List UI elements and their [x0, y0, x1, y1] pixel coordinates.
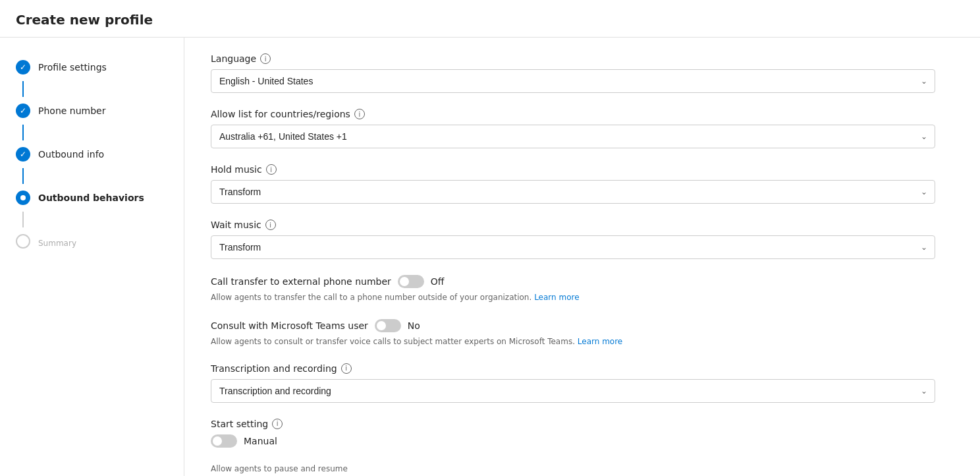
step-circle-outbound-info: ✓ [16, 147, 30, 162]
hold-music-select-wrapper: Transform Default Custom ⌄ [211, 180, 935, 204]
call-transfer-toggle-row: Call transfer to external phone number O… [211, 275, 935, 288]
sidebar-item-outbound-info[interactable]: ✓ Outbound info [0, 140, 184, 168]
sidebar-item-label-phone-number: Phone number [38, 105, 105, 116]
allow-list-label: Allow list for countries/regions i [211, 109, 935, 119]
consult-teams-group: Consult with Microsoft Teams user No All… [211, 319, 935, 347]
allow-list-group: Allow list for countries/regions i Austr… [211, 109, 935, 148]
wait-music-label: Wait music i [211, 220, 935, 230]
wait-music-select[interactable]: Transform Default Custom [211, 235, 935, 259]
language-select-wrapper: English - United States English - United… [211, 69, 935, 93]
allow-list-select-wrapper: Australia +61, United States +1 ⌄ [211, 125, 935, 148]
sidebar-item-label-profile-settings: Profile settings [38, 62, 107, 73]
checkmark-icon-2: ✓ [20, 106, 26, 115]
hold-music-group: Hold music i Transform Default Custom ⌄ [211, 164, 935, 204]
consult-teams-toggle-row: Consult with Microsoft Teams user No [211, 319, 935, 332]
wait-music-select-wrapper: Transform Default Custom ⌄ [211, 235, 935, 259]
transcription-select[interactable]: Transcription and recording Transcriptio… [211, 379, 935, 403]
call-transfer-toggle[interactable] [398, 275, 424, 288]
sidebar-item-outbound-behaviors[interactable]: Outbound behaviors [0, 184, 184, 212]
sidebar: ✓ Profile settings ✓ Phone number ✓ Outb… [0, 38, 184, 476]
language-group: Language i English - United States Engli… [211, 53, 935, 93]
consult-teams-state: No [408, 320, 420, 331]
consult-teams-label: Consult with Microsoft Teams user [211, 320, 368, 331]
start-setting-toggle-row: Manual [211, 434, 935, 448]
hold-music-label: Hold music i [211, 164, 935, 175]
page-header: Create new profile [0, 0, 980, 38]
hold-music-select[interactable]: Transform Default Custom [211, 180, 935, 204]
allow-pause-description: Allow agents to pause and resume [211, 463, 935, 475]
start-setting-label: Start setting i [211, 419, 935, 429]
call-transfer-state: Off [431, 276, 445, 287]
consult-teams-helper: Allow agents to consult or transfer voic… [211, 336, 935, 347]
transcription-info-icon[interactable]: i [341, 363, 352, 374]
hold-music-info-icon[interactable]: i [266, 164, 277, 175]
wait-music-group: Wait music i Transform Default Custom ⌄ [211, 220, 935, 259]
call-transfer-learn-more-link[interactable]: Learn more [534, 293, 579, 302]
start-setting-state: Manual [244, 436, 277, 446]
step-circle-phone-number: ✓ [16, 104, 30, 118]
step-connector-1 [22, 81, 24, 97]
transcription-select-wrapper: Transcription and recording Transcriptio… [211, 379, 935, 403]
call-transfer-helper: Allow agents to transfer the call to a p… [211, 292, 935, 303]
start-setting-toggle[interactable] [211, 434, 237, 448]
call-transfer-group: Call transfer to external phone number O… [211, 275, 935, 303]
step-connector-4 [22, 212, 24, 227]
language-label: Language i [211, 53, 935, 64]
checkmark-icon-3: ✓ [20, 150, 26, 159]
main-content: Language i English - United States Engli… [184, 38, 980, 476]
wait-music-info-icon[interactable]: i [265, 220, 276, 230]
step-connector-3 [22, 168, 24, 184]
allow-pause-group: Allow agents to pause and resume Yes [211, 463, 935, 476]
page-title: Create new profile [16, 12, 964, 28]
allow-list-select[interactable]: Australia +61, United States +1 [211, 125, 935, 148]
checkmark-icon: ✓ [20, 63, 26, 72]
call-transfer-slider [398, 275, 424, 288]
start-setting-info-icon[interactable]: i [272, 419, 283, 429]
sidebar-item-summary[interactable]: Summary [0, 227, 184, 255]
step-circle-profile-settings: ✓ [16, 60, 30, 74]
start-setting-slider [211, 434, 237, 448]
step-circle-summary [16, 234, 30, 249]
transcription-label: Transcription and recording i [211, 363, 935, 374]
main-layout: ✓ Profile settings ✓ Phone number ✓ Outb… [0, 38, 980, 476]
sidebar-item-label-outbound-info: Outbound info [38, 149, 104, 160]
start-setting-group: Start setting i Manual [211, 419, 935, 448]
step-connector-2 [22, 125, 24, 140]
language-info-icon[interactable]: i [260, 53, 271, 64]
call-transfer-label: Call transfer to external phone number [211, 276, 391, 287]
consult-teams-learn-more-link[interactable]: Learn more [578, 337, 622, 346]
sidebar-item-label-summary: Summary [38, 239, 76, 248]
transcription-group: Transcription and recording i Transcript… [211, 363, 935, 403]
consult-teams-toggle[interactable] [375, 319, 401, 332]
consult-teams-slider [375, 319, 401, 332]
allow-list-info-icon[interactable]: i [354, 109, 365, 119]
sidebar-item-phone-number[interactable]: ✓ Phone number [0, 97, 184, 125]
step-dot-icon [20, 195, 26, 200]
language-select[interactable]: English - United States English - United… [211, 69, 935, 93]
sidebar-item-label-outbound-behaviors: Outbound behaviors [38, 193, 144, 203]
step-circle-outbound-behaviors [16, 191, 30, 205]
form-section: Language i English - United States Engli… [211, 53, 935, 476]
sidebar-item-profile-settings[interactable]: ✓ Profile settings [0, 53, 184, 81]
